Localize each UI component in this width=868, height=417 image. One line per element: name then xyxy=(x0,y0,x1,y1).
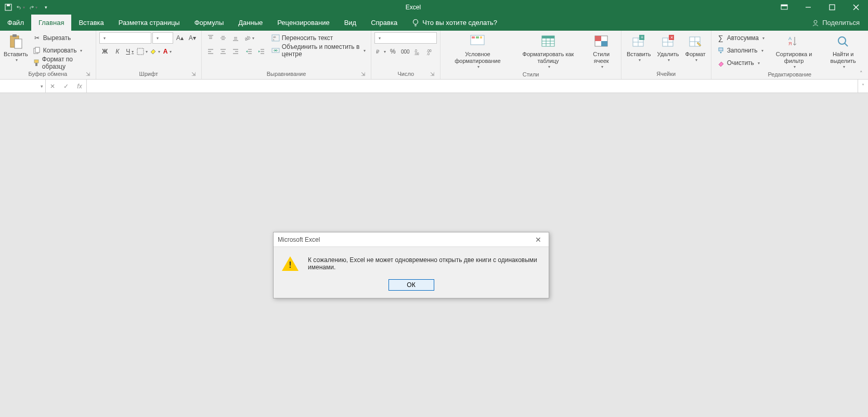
bold-button[interactable]: Ж xyxy=(99,46,111,57)
group-editing: ∑ Автосумма Заполнить Очистить АЯ Сортир… xyxy=(711,31,868,79)
align-middle-icon[interactable] xyxy=(217,32,229,44)
svg-point-83 xyxy=(838,37,846,44)
tab-formulas[interactable]: Формулы xyxy=(187,15,231,31)
app-title: Excel xyxy=(54,4,772,11)
lightbulb-icon xyxy=(412,19,419,27)
font-size-combo[interactable] xyxy=(152,32,173,44)
person-icon xyxy=(812,19,819,27)
copy-label: Копировать xyxy=(43,47,77,54)
collapse-ribbon-icon[interactable]: ˄ xyxy=(857,69,866,78)
comma-format-icon[interactable]: 000 xyxy=(399,46,411,57)
tab-review[interactable]: Рецензирование xyxy=(270,15,336,31)
qat-customize-icon[interactable]: ▾ xyxy=(42,3,50,11)
align-center-icon[interactable] xyxy=(217,46,229,57)
dialog-ok-button[interactable]: ОК xyxy=(388,279,434,291)
tab-data[interactable]: Данные xyxy=(231,15,270,31)
find-select-button[interactable]: Найти и выделить xyxy=(821,32,865,70)
font-color-icon[interactable]: A xyxy=(162,46,173,57)
format-as-table-icon xyxy=(540,33,556,50)
tab-insert[interactable]: Вставка xyxy=(71,15,111,31)
tell-me[interactable]: Что вы хотите сделать? xyxy=(405,15,504,31)
dialog-close-icon[interactable]: ✕ xyxy=(532,236,545,244)
fill-button[interactable]: Заполнить xyxy=(715,45,767,56)
svg-rect-55 xyxy=(472,36,475,38)
undo-icon[interactable] xyxy=(17,3,25,11)
number-launcher-icon[interactable]: ⇲ xyxy=(429,71,436,78)
align-right-icon[interactable] xyxy=(230,46,241,57)
paste-icon xyxy=(7,33,24,50)
ribbon-tabs: Файл Главная Вставка Разметка страницы Ф… xyxy=(0,15,868,31)
svg-text:.00: .00 xyxy=(414,52,419,55)
tab-help[interactable]: Справка xyxy=(364,15,405,31)
expand-formula-bar-icon[interactable]: ˅ xyxy=(858,80,868,93)
format-as-table-button[interactable]: Форматировать как таблицу xyxy=(514,32,583,70)
svg-text:×: × xyxy=(670,35,673,40)
tab-view[interactable]: Вид xyxy=(337,15,364,31)
borders-icon[interactable] xyxy=(137,46,148,57)
align-left-icon[interactable] xyxy=(205,46,216,57)
decrease-decimal-icon[interactable]: .00.0 xyxy=(424,46,436,57)
autosum-button[interactable]: ∑ Автосумма xyxy=(715,32,767,44)
insert-cells-icon: + xyxy=(630,33,647,50)
group-clipboard: Вставить ✂ Вырезать Копировать Формат по… xyxy=(0,31,96,79)
insert-cells-button[interactable]: + Вставить xyxy=(625,32,653,63)
group-cells-label: Ячейки xyxy=(656,71,676,77)
italic-button[interactable]: К xyxy=(112,46,123,57)
enter-formula-icon[interactable]: ✓ xyxy=(59,83,73,90)
copy-button[interactable]: Копировать xyxy=(31,45,93,56)
cut-label: Вырезать xyxy=(43,34,71,42)
insert-function-icon[interactable]: fx xyxy=(73,83,86,90)
maximize-icon[interactable] xyxy=(820,0,844,15)
share-button[interactable]: Поделиться xyxy=(812,15,868,31)
merge-center-button[interactable]: Объединить и поместить в центре xyxy=(269,45,368,56)
number-format-combo[interactable] xyxy=(374,32,437,44)
redo-icon[interactable] xyxy=(29,3,37,11)
fill-color-icon[interactable] xyxy=(149,46,161,57)
format-painter-button[interactable]: Формат по образцу xyxy=(31,57,93,69)
wrap-text-button[interactable]: abc Переносить текст xyxy=(269,32,368,44)
sort-filter-button[interactable]: АЯ Сортировка и фильтр xyxy=(769,32,820,70)
align-top-icon[interactable] xyxy=(205,32,216,44)
formula-input[interactable] xyxy=(87,80,858,93)
conditional-formatting-button[interactable]: Условное форматирование xyxy=(444,32,511,70)
delete-cells-button[interactable]: × Удалить xyxy=(655,32,681,63)
increase-decimal-icon[interactable]: .0.00 xyxy=(412,46,423,57)
clear-button[interactable]: Очистить xyxy=(715,57,767,69)
format-cells-button[interactable]: Формат xyxy=(683,32,708,63)
tab-file[interactable]: Файл xyxy=(0,15,31,31)
decrease-indent-icon[interactable] xyxy=(243,46,255,57)
paste-button[interactable]: Вставить xyxy=(3,32,29,63)
increase-indent-icon[interactable] xyxy=(256,46,267,57)
minimize-icon[interactable] xyxy=(796,0,820,15)
ribbon-display-options-icon[interactable] xyxy=(772,0,796,15)
clipboard-launcher-icon[interactable]: ⇲ xyxy=(84,71,92,78)
sort-filter-icon: АЯ xyxy=(786,33,802,50)
font-name-combo[interactable] xyxy=(99,32,151,44)
underline-button[interactable]: Ч xyxy=(124,46,136,57)
align-bottom-icon[interactable] xyxy=(230,32,241,44)
cell-styles-icon xyxy=(593,33,610,50)
tab-page-layout[interactable]: Разметка страницы xyxy=(111,15,187,31)
decrease-font-icon[interactable]: A▾ xyxy=(187,32,198,44)
font-launcher-icon[interactable]: ⇲ xyxy=(190,71,197,78)
autosum-label: Автосумма xyxy=(727,34,759,42)
increase-font-icon[interactable]: A▴ xyxy=(174,32,186,44)
cell-styles-button[interactable]: Стили ячеек xyxy=(585,32,617,70)
sigma-icon: ∑ xyxy=(717,34,725,42)
accounting-format-icon[interactable]: ₽ xyxy=(374,46,386,57)
save-icon[interactable] xyxy=(4,3,12,11)
dialog-title: Microsoft Excel xyxy=(278,236,320,243)
cancel-formula-icon[interactable]: ✕ xyxy=(46,83,59,90)
percent-format-icon[interactable]: % xyxy=(387,46,398,57)
orientation-icon[interactable]: ab xyxy=(243,32,255,44)
cut-button[interactable]: ✂ Вырезать xyxy=(31,32,93,44)
group-alignment-label: Выравнивание xyxy=(267,71,306,77)
group-clipboard-label: Буфер обмена xyxy=(28,71,67,77)
group-number-label: Число xyxy=(397,71,414,77)
svg-text:.0: .0 xyxy=(426,52,430,55)
warning-icon xyxy=(282,256,299,271)
name-box[interactable] xyxy=(0,80,46,93)
tab-home[interactable]: Главная xyxy=(31,15,71,31)
close-icon[interactable] xyxy=(844,0,868,15)
alignment-launcher-icon[interactable]: ⇲ xyxy=(359,71,367,78)
